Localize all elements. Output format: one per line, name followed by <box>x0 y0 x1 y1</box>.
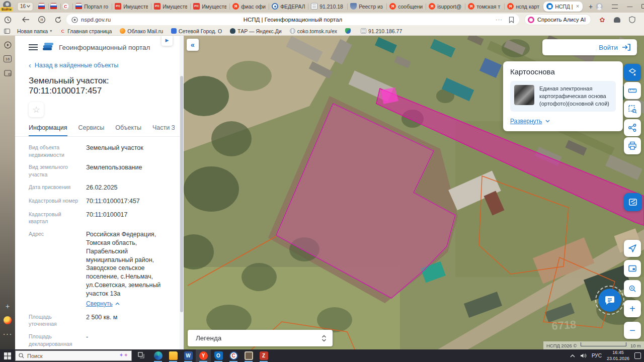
history-icon[interactable] <box>2 14 13 25</box>
minimap-button[interactable] <box>624 260 641 277</box>
bookmark-item[interactable]: 91.210.186.77 <box>361 28 402 34</box>
panel-tab[interactable]: Информация <box>29 124 67 136</box>
tabs-panel-icon[interactable] <box>4 69 12 77</box>
reload-icon[interactable] <box>52 14 63 25</box>
add-panel-icon[interactable]: + <box>4 302 12 310</box>
browser-tab[interactable]: Портал го <box>72 2 112 12</box>
more-icon[interactable]: ··· <box>4 330 12 338</box>
taskbar-app[interactable]: Y <box>196 349 211 362</box>
browser-tab[interactable]: Реестр из <box>347 2 386 12</box>
browser-tab[interactable]: сообщени <box>386 2 426 12</box>
extension-dark-icon[interactable] <box>613 16 621 24</box>
language-indicator[interactable]: РУС <box>592 353 602 358</box>
zoom-in-button[interactable]: + <box>624 300 641 317</box>
video-panel-icon[interactable] <box>4 41 12 49</box>
browser-profile-button[interactable]: Войти <box>0 1 15 13</box>
tab-count-badge[interactable]: 16 <box>4 55 12 63</box>
yandex-home-icon[interactable]: Я <box>36 14 47 25</box>
browser-tab[interactable]: НСПД | × <box>543 2 583 12</box>
search-coordinates-button[interactable] <box>624 280 641 297</box>
panel-tab[interactable]: Сервисы <box>78 124 105 136</box>
basemap-expand-link[interactable]: Развернуть <box>510 118 550 125</box>
panel-scrollbar[interactable] <box>180 36 184 349</box>
tab-favicon <box>311 3 317 10</box>
window-minimize-button[interactable]: — <box>627 4 632 9</box>
layers-button[interactable] <box>624 64 641 81</box>
menu-hamburger-icon[interactable] <box>29 44 38 50</box>
taskbar-app[interactable] <box>241 349 256 362</box>
alice-icon <box>528 17 534 23</box>
browser-tab[interactable]: фиас офи <box>229 2 269 12</box>
taskbar-app[interactable]: Z <box>256 349 271 362</box>
task-view-button[interactable] <box>138 351 144 360</box>
tabs-scroll-right-button[interactable]: ▶ <box>162 36 173 46</box>
browser-tab[interactable]: томская т <box>465 2 504 12</box>
taskbar-search-input[interactable]: Поиск ✦✦ <box>15 350 132 361</box>
panel-tab[interactable]: Объекты <box>115 124 141 136</box>
site-badge-icon[interactable] <box>71 17 78 23</box>
geoportal-logo <box>43 43 54 52</box>
back-icon[interactable] <box>20 14 31 25</box>
map-canvas[interactable]: 6718 « Войти Картооснова Единая электрон… <box>184 36 644 349</box>
bookmark-item[interactable]: Главная страница <box>60 28 112 34</box>
collapse-panel-button[interactable]: « <box>187 39 199 51</box>
scrollbar-thumb[interactable] <box>180 76 183 312</box>
select-area-button[interactable] <box>624 101 641 118</box>
notification-center-icon[interactable] <box>634 352 641 359</box>
clock[interactable]: 16:45 23.01.2026 <box>607 350 629 361</box>
browser-tab[interactable]: Имуществ <box>190 2 229 12</box>
bookmark-icon[interactable] <box>509 17 514 23</box>
tab-counter-button[interactable]: 16 <box>17 2 33 11</box>
print-button[interactable] <box>624 137 641 154</box>
chat-button[interactable] <box>598 289 621 312</box>
browser-menu-icon[interactable] <box>612 5 618 9</box>
geolocate-button[interactable] <box>624 240 641 257</box>
sidebar-toggle-icon[interactable] <box>4 29 10 34</box>
extension-flower-icon[interactable]: ✿ <box>598 16 606 24</box>
hidden-icons-chevron[interactable] <box>570 354 575 357</box>
favorite-star-button[interactable]: ☆ <box>29 102 44 117</box>
yandex-browser-icon[interactable] <box>4 316 12 324</box>
start-button[interactable] <box>0 349 15 362</box>
bookmark-item[interactable]: Сетевой Город. О <box>171 28 222 34</box>
browser-tab[interactable] <box>48 2 60 12</box>
tab-favicon <box>75 3 82 10</box>
taskbar-app[interactable] <box>150 349 166 362</box>
browser-tab[interactable]: Имуществ <box>112 2 151 12</box>
more-icon[interactable]: ··· <box>496 17 503 23</box>
browser-tab[interactable]: ФЕДЕРАЛ <box>269 2 308 12</box>
zoom-out-button[interactable]: − <box>624 322 641 339</box>
browser-tab[interactable]: Имуществ <box>151 2 190 12</box>
browser-user-icon[interactable] <box>596 3 603 10</box>
map-login-button[interactable]: Войти <box>542 39 637 55</box>
alice-ai-button[interactable]: Спросить Алису AI <box>524 14 591 25</box>
collapse-address-link[interactable]: Свернуть <box>86 300 120 308</box>
taskbar-app[interactable]: O <box>211 349 226 362</box>
browser-tab[interactable] <box>60 2 72 12</box>
url-field[interactable]: nspd.gov.ru НСПД | Геоинформационный пор… <box>66 14 519 25</box>
bookmark-item[interactable]: coko.tomsk.ru/ex <box>290 28 337 34</box>
legend-toggle[interactable]: Легенда <box>188 330 333 346</box>
bookmark-item[interactable]: ТАР — Яндекс.Ди <box>230 28 282 34</box>
feedback-button[interactable] <box>624 193 642 211</box>
browser-tab[interactable]: isupport@ <box>426 2 465 12</box>
bookmark-item[interactable]: Облако Mail.ru <box>120 28 163 34</box>
browser-tab[interactable]: 91.210.18 <box>308 2 347 12</box>
measure-button[interactable] <box>624 82 641 99</box>
window-restore-button[interactable] <box>641 4 644 9</box>
tab-close-icon[interactable]: × <box>576 4 580 9</box>
basemap-layer-item[interactable]: Единая электронная картографическая осно… <box>510 81 616 112</box>
new-tab-button[interactable]: + <box>586 2 596 12</box>
share-button[interactable] <box>624 119 641 136</box>
bookmark-item[interactable] <box>345 28 353 34</box>
taskbar-app[interactable] <box>166 349 181 362</box>
taskbar-app[interactable]: W <box>181 349 196 362</box>
back-to-results-link[interactable]: ‹ Назад в найденные объекты <box>29 62 175 69</box>
browser-tab[interactable]: нспд карт <box>504 2 543 12</box>
bookmark-folder[interactable]: Новая папка ▾ <box>17 28 52 34</box>
extension-shield-icon[interactable] <box>628 16 636 24</box>
browser-tab[interactable] <box>36 2 48 12</box>
volume-icon[interactable] <box>580 353 587 358</box>
taskbar-app[interactable]: C <box>226 349 241 362</box>
panel-tab[interactable]: Части ЗУ <box>152 124 175 136</box>
